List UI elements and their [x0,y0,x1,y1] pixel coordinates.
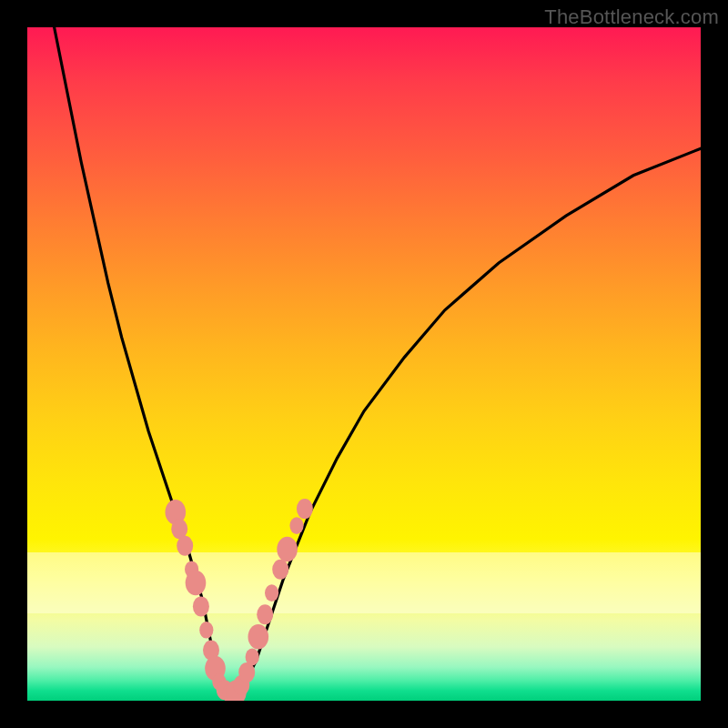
marker-dot [246,649,259,666]
marker-dot [238,662,255,682]
data-markers [166,499,313,701]
marker-dot [277,537,298,562]
marker-dot [199,622,213,639]
marker-dot [248,624,269,650]
marker-dot [289,517,303,534]
chart-frame: TheBottleneck.com [0,0,728,728]
marker-dot [193,596,209,616]
bottleneck-curve [55,27,701,694]
watermark-text: TheBottleneck.com [544,5,719,29]
marker-dot [186,571,207,596]
plot-area [27,27,701,701]
marker-dot [257,604,273,624]
marker-dot [297,499,313,519]
curve-layer [27,27,701,701]
marker-dot [272,560,288,580]
marker-dot [177,536,193,556]
marker-dot [265,584,278,602]
